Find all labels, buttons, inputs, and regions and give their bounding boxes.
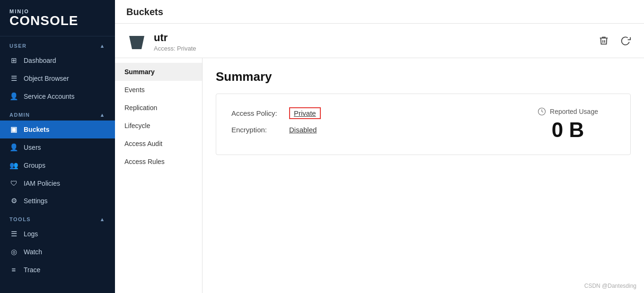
service-accounts-icon: 👤 bbox=[9, 92, 18, 101]
sidebar-logo: MIN|O CONSOLE bbox=[0, 0, 115, 36]
sidebar-item-watch[interactable]: ◎ Watch bbox=[0, 243, 115, 261]
user-section-chevron-icon: ▲ bbox=[100, 43, 106, 49]
sidebar-item-label: Trace bbox=[24, 266, 40, 274]
logo-console-text: CONSOLE bbox=[9, 14, 106, 27]
nav-item-replication[interactable]: Replication bbox=[115, 99, 202, 117]
bucket-name: utr bbox=[154, 32, 196, 44]
usage-value: 0 B bbox=[552, 119, 584, 141]
sidebar-item-label: Groups bbox=[24, 162, 45, 169]
encryption-value[interactable]: Disabled bbox=[289, 126, 317, 134]
sidebar-item-service-accounts[interactable]: 👤 Service Accounts bbox=[0, 87, 115, 105]
settings-icon: ⚙ bbox=[9, 197, 18, 205]
panel-title: Summary bbox=[216, 69, 631, 84]
access-policy-row: Access Policy: Private bbox=[231, 107, 321, 119]
nav-item-events[interactable]: Events bbox=[115, 81, 202, 99]
sidebar-item-label: Object Browser bbox=[24, 75, 69, 82]
sidebar-item-label: Service Accounts bbox=[24, 93, 74, 100]
groups-icon: 👥 bbox=[9, 161, 18, 170]
nav-item-summary[interactable]: Summary bbox=[115, 63, 202, 81]
bucket-icon bbox=[126, 31, 147, 52]
sidebar-item-label: Users bbox=[24, 144, 41, 151]
sidebar-item-trace[interactable]: ≡ Trace bbox=[0, 261, 115, 278]
sidebar-item-users[interactable]: 👤 Users bbox=[0, 138, 115, 156]
refresh-bucket-button[interactable] bbox=[618, 34, 633, 50]
page-title: Buckets bbox=[115, 0, 644, 24]
reported-usage-label: Reported Usage bbox=[538, 107, 598, 116]
object-browser-icon: ☰ bbox=[9, 74, 18, 83]
content-area: Summary Events Replication Lifecycle Acc… bbox=[115, 58, 644, 293]
encryption-label: Encryption: bbox=[231, 126, 283, 134]
trace-icon: ≡ bbox=[9, 266, 18, 274]
delete-bucket-button[interactable] bbox=[597, 34, 611, 50]
bucket-access: Access: Private bbox=[154, 45, 196, 52]
bucket-details: utr Access: Private bbox=[154, 32, 196, 52]
sidebar-item-buckets[interactable]: ▣ Buckets bbox=[0, 121, 115, 138]
access-policy-label: Access Policy: bbox=[231, 109, 283, 117]
watch-icon: ◎ bbox=[9, 248, 18, 256]
sidebar-item-groups[interactable]: 👥 Groups bbox=[0, 156, 115, 174]
summary-panel: Summary Access Policy: Private Encryptio… bbox=[203, 58, 644, 293]
reported-usage-text: Reported Usage bbox=[550, 108, 598, 115]
nav-item-access-audit[interactable]: Access Audit bbox=[115, 135, 202, 153]
bucket-actions bbox=[597, 34, 633, 50]
svg-marker-0 bbox=[129, 36, 144, 49]
buckets-icon: ▣ bbox=[9, 125, 18, 134]
sidebar-item-settings[interactable]: ⚙ Settings bbox=[0, 192, 115, 210]
main-content: Buckets utr Access: Private bbox=[115, 0, 644, 293]
dashboard-icon: ⊞ bbox=[9, 56, 18, 65]
sidebar: MIN|O CONSOLE USER ▲ ⊞ Dashboard ☰ Objec… bbox=[0, 0, 115, 293]
encryption-row: Encryption: Disabled bbox=[231, 126, 321, 134]
sidebar-item-iam-policies[interactable]: 🛡 IAM Policies bbox=[0, 174, 115, 192]
sidebar-item-label: Dashboard bbox=[24, 57, 56, 64]
sidebar-item-dashboard[interactable]: ⊞ Dashboard bbox=[0, 52, 115, 69]
nav-item-lifecycle[interactable]: Lifecycle bbox=[115, 117, 202, 135]
logs-icon: ☰ bbox=[9, 230, 18, 238]
sidebar-item-label: Buckets bbox=[24, 126, 49, 133]
sidebar-item-object-browser[interactable]: ☰ Object Browser bbox=[0, 69, 115, 87]
access-policy-value[interactable]: Private bbox=[289, 107, 321, 119]
summary-card: Access Policy: Private Encryption: Disab… bbox=[216, 94, 631, 155]
user-section-label: USER ▲ bbox=[0, 36, 115, 52]
tools-section-label: TOOLS ▲ bbox=[0, 210, 115, 225]
sidebar-item-label: Logs bbox=[24, 230, 38, 238]
summary-right: Reported Usage 0 B bbox=[520, 107, 615, 141]
nav-item-access-rules[interactable]: Access Rules bbox=[115, 153, 202, 171]
bucket-left-nav: Summary Events Replication Lifecycle Acc… bbox=[115, 58, 203, 293]
sidebar-item-label: IAM Policies bbox=[24, 180, 60, 187]
bucket-info-row: utr Access: Private bbox=[115, 24, 644, 58]
sidebar-item-label: Settings bbox=[24, 197, 48, 205]
sidebar-item-logs[interactable]: ☰ Logs bbox=[0, 225, 115, 243]
iam-policies-icon: 🛡 bbox=[9, 179, 18, 187]
users-icon: 👤 bbox=[9, 143, 18, 152]
sidebar-item-label: Watch bbox=[24, 248, 42, 256]
bucket-info-left: utr Access: Private bbox=[126, 31, 196, 52]
admin-section-label: ADMIN ▲ bbox=[0, 105, 115, 121]
tools-section-chevron-icon: ▲ bbox=[100, 216, 106, 222]
admin-section-chevron-icon: ▲ bbox=[100, 112, 106, 118]
summary-left: Access Policy: Private Encryption: Disab… bbox=[231, 107, 321, 134]
